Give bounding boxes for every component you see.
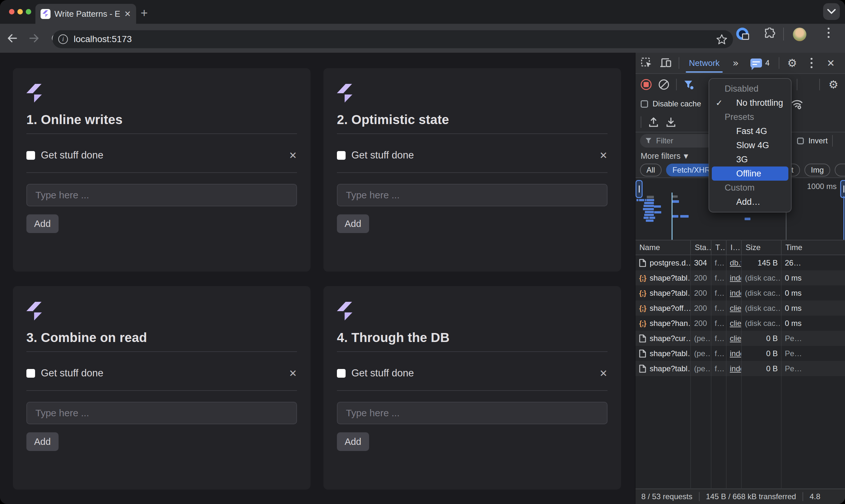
- column-header-status[interactable]: Sta…: [691, 240, 711, 255]
- add-todo-button[interactable]: Add: [337, 432, 369, 451]
- request-initiator: inde: [727, 361, 742, 376]
- device-toolbar-icon[interactable]: [659, 57, 672, 69]
- request-name: {;}shape?tabl…: [636, 285, 691, 301]
- filter-pill-all[interactable]: All: [640, 164, 661, 177]
- add-todo-button[interactable]: Add: [337, 214, 369, 233]
- forward-button[interactable]: [28, 32, 40, 45]
- add-todo-button[interactable]: Add: [27, 432, 58, 451]
- network-request-row[interactable]: {;}shape?han…200f…clien(disk cac…0 ms: [636, 316, 845, 331]
- puzzle-icon: [764, 28, 776, 39]
- tab-strip: Write Patterns - ElectricSQL ✕ +: [0, 0, 845, 24]
- delete-todo-button[interactable]: ✕: [600, 150, 607, 161]
- request-status: (pe…: [691, 361, 711, 376]
- new-todo-input[interactable]: [27, 402, 297, 424]
- tab-search-button[interactable]: [823, 3, 840, 20]
- overview-right-handle[interactable]: [840, 180, 845, 198]
- request-name: {;}shape?tabl…: [636, 270, 691, 285]
- filter-pill-clipped[interactable]: [835, 164, 845, 177]
- delete-todo-button[interactable]: ✕: [600, 368, 607, 379]
- minimize-window-button[interactable]: [17, 9, 23, 15]
- bookmark-star-icon[interactable]: [716, 34, 727, 44]
- tab-close-icon[interactable]: ✕: [124, 9, 131, 19]
- todo-checkbox[interactable]: [337, 151, 346, 160]
- throttling-option-3g[interactable]: 3G: [712, 152, 788, 166]
- console-message-icon: [751, 58, 762, 68]
- inspect-element-icon[interactable]: [640, 57, 653, 69]
- filter-icon[interactable]: [684, 80, 693, 89]
- throttling-option-offline[interactable]: Offline: [712, 166, 788, 181]
- request-name: {;}shape?off…: [636, 301, 691, 316]
- waterfall-bar: [643, 208, 654, 210]
- request-size: (disk cac…: [742, 301, 782, 316]
- new-todo-input[interactable]: [27, 184, 297, 206]
- request-initiator: clien: [727, 301, 742, 316]
- console-messages-button[interactable]: 4: [751, 58, 770, 68]
- throttling-option-fast4g[interactable]: Fast 4G: [712, 124, 788, 138]
- browser-menu-button[interactable]: [828, 28, 830, 38]
- site-info-icon[interactable]: i: [58, 34, 68, 44]
- network-request-row[interactable]: {;}shape?tabl…200f…inde(disk cac…0 ms: [636, 270, 845, 285]
- request-type: f…: [711, 285, 727, 301]
- waterfall-bar: [673, 215, 678, 218]
- request-size: 0 B: [742, 331, 782, 346]
- network-request-row[interactable]: shape?tabl…(pe…f…inde0 BPe…: [636, 361, 845, 376]
- throttling-option-nothrottling[interactable]: ✓No throttling: [712, 96, 788, 110]
- network-request-row[interactable]: shape?tabl…(pe…f…inde0 BPe…: [636, 346, 845, 361]
- more-tabs-icon[interactable]: »: [729, 57, 742, 69]
- devtools-settings-gear-icon[interactable]: ⚙: [786, 57, 799, 69]
- network-request-row[interactable]: {;}shape?tabl…200f…inde(disk cac…0 ms: [636, 285, 845, 301]
- todo-checkbox[interactable]: [27, 151, 35, 160]
- network-request-row[interactable]: shape?cur…(pe…f…clien0 BPe…: [636, 331, 845, 346]
- network-settings-gear-icon[interactable]: ⚙: [827, 78, 840, 91]
- tab-network[interactable]: Network: [686, 53, 723, 73]
- export-har-icon[interactable]: [666, 117, 676, 127]
- invert-checkbox[interactable]: [797, 138, 804, 144]
- extensions-button[interactable]: [764, 28, 776, 39]
- divider: [27, 172, 297, 173]
- add-todo-button[interactable]: Add: [27, 214, 58, 233]
- column-header-name[interactable]: Name: [636, 240, 691, 255]
- new-todo-input[interactable]: [337, 184, 607, 206]
- column-header-size[interactable]: Size: [742, 240, 782, 255]
- throttling-option-add[interactable]: Add…: [712, 195, 788, 209]
- import-har-icon[interactable]: [649, 117, 659, 127]
- more-filters-label[interactable]: More filters: [641, 151, 680, 161]
- overview-left-handle[interactable]: [636, 180, 643, 198]
- request-time: Pe…: [782, 346, 845, 361]
- zoom-window-button[interactable]: [26, 9, 31, 15]
- disable-cache-checkbox[interactable]: [641, 100, 648, 108]
- network-request-row[interactable]: postgres.d…304f…db.t145 B26…: [636, 255, 845, 270]
- devtools-menu-icon[interactable]: [805, 57, 818, 69]
- new-todo-input[interactable]: [337, 402, 607, 424]
- back-button[interactable]: [6, 32, 19, 45]
- filter-placeholder: Filter: [656, 136, 673, 145]
- column-header-initiator[interactable]: I…: [727, 240, 742, 255]
- filter-pill-img[interactable]: Img: [805, 164, 830, 177]
- electric-bolt-icon: [337, 84, 354, 104]
- browser-tab[interactable]: Write Patterns - ElectricSQL ✕: [35, 4, 136, 24]
- request-status: 200: [691, 316, 711, 331]
- menu-section-header: Custom: [709, 181, 791, 195]
- network-request-row[interactable]: {;}shape?off…200f…clien(disk cac…0 ms: [636, 301, 845, 316]
- address-bar[interactable]: i localhost:5173: [52, 30, 733, 48]
- request-time: 0 ms: [782, 301, 845, 316]
- todo-checkbox[interactable]: [337, 369, 346, 378]
- todo-checkbox[interactable]: [27, 369, 35, 378]
- tab-title: Write Patterns - ElectricSQL: [54, 9, 120, 19]
- close-window-button[interactable]: [9, 9, 15, 15]
- new-tab-button[interactable]: +: [141, 7, 148, 19]
- password-manager-extension[interactable]: [736, 28, 748, 40]
- column-header-type[interactable]: T…: [711, 240, 727, 255]
- delete-todo-button[interactable]: ✕: [289, 368, 297, 379]
- delete-todo-button[interactable]: ✕: [289, 150, 297, 161]
- request-time: Pe…: [782, 331, 845, 346]
- network-conditions-wifi-icon[interactable]: [790, 98, 804, 110]
- throttling-option-slow4g[interactable]: Slow 4G: [712, 138, 788, 152]
- devtools-close-icon[interactable]: ✕: [824, 57, 837, 69]
- column-header-time[interactable]: Time: [782, 240, 845, 255]
- request-initiator: clien: [727, 331, 742, 346]
- record-network-log-button[interactable]: [641, 79, 652, 90]
- clear-network-log-button[interactable]: [659, 79, 669, 90]
- chevron-down-icon: [827, 9, 836, 14]
- profile-button[interactable]: [793, 28, 806, 41]
